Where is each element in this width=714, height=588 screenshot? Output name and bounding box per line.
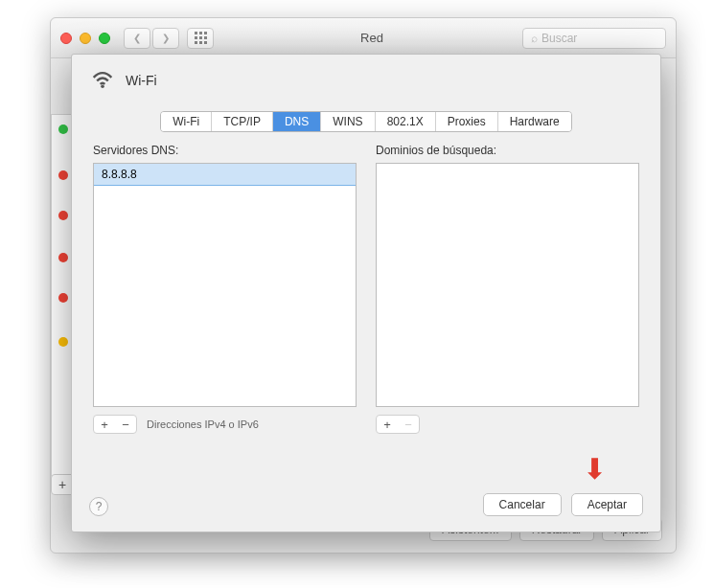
show-all-button[interactable] <box>187 28 214 49</box>
status-dot-icon <box>58 337 68 347</box>
dns-servers-list[interactable]: 8.8.8.8 <box>93 163 357 407</box>
status-dot-icon <box>58 211 68 220</box>
wifi-icon <box>89 68 116 92</box>
search-domains-column: Dominios de búsqueda: + − <box>376 144 639 434</box>
search-placeholder: Buscar <box>541 32 577 45</box>
sheet-header: Wi-Fi <box>72 55 660 105</box>
dns-columns: Servidores DNS: 8.8.8.8 + − Direcciones … <box>72 144 660 434</box>
dns-servers-column: Servidores DNS: 8.8.8.8 + − Direcciones … <box>93 144 357 434</box>
add-interface-button[interactable]: + <box>52 475 73 494</box>
titlebar: ❮ ❯ Red ⌕ Buscar <box>51 18 676 58</box>
back-button[interactable]: ❮ <box>124 28 150 49</box>
close-icon[interactable] <box>60 33 72 44</box>
domains-remove-button[interactable]: − <box>398 416 419 433</box>
minimize-icon[interactable] <box>80 33 91 44</box>
tab-hardware[interactable]: Hardware <box>498 112 571 131</box>
status-dot-icon <box>58 170 68 180</box>
dns-hint: Direcciones IPv4 o IPv6 <box>147 418 259 430</box>
tab-8021x[interactable]: 802.1X <box>376 112 436 131</box>
tab-proxies[interactable]: Proxies <box>436 112 498 131</box>
dns-servers-label: Servidores DNS: <box>93 144 357 157</box>
search-icon: ⌕ <box>531 32 538 45</box>
tab-tcpip[interactable]: TCP/IP <box>212 112 273 131</box>
window-controls <box>60 33 110 44</box>
list-item[interactable]: 8.8.8.8 <box>93 163 357 186</box>
search-input[interactable]: ⌕ Buscar <box>522 28 666 49</box>
maximize-icon[interactable] <box>99 33 110 44</box>
domains-add-remove: + − <box>376 415 420 434</box>
dns-add-remove: + − <box>93 415 137 434</box>
annotation-arrow-icon: ⬇ <box>583 452 607 486</box>
cancel-button[interactable]: Cancelar <box>483 493 562 516</box>
dns-remove-button[interactable]: − <box>115 416 136 433</box>
tab-wins[interactable]: WINS <box>321 112 375 131</box>
window-title: Red <box>221 31 522 45</box>
status-dot-icon <box>58 253 68 262</box>
tab-dns[interactable]: DNS <box>273 112 321 131</box>
search-domains-list[interactable] <box>376 163 639 407</box>
dns-list-controls: + − Direcciones IPv4 o IPv6 <box>93 415 357 434</box>
domains-add-button[interactable]: + <box>377 416 398 433</box>
tab-bar: Wi-FiTCP/IPDNSWINS802.1XProxiesHardware <box>72 111 660 132</box>
forward-button[interactable]: ❯ <box>152 28 179 49</box>
grid-icon <box>195 32 207 44</box>
segmented-control: Wi-FiTCP/IPDNSWINS802.1XProxiesHardware <box>160 111 571 132</box>
accept-button[interactable]: Aceptar <box>571 493 643 516</box>
sheet-title: Wi-Fi <box>126 73 157 88</box>
status-dot-icon <box>58 293 68 303</box>
advanced-sheet: Wi-Fi Wi-FiTCP/IPDNSWINS802.1XProxiesHar… <box>71 54 661 532</box>
status-dot-icon <box>58 124 68 134</box>
nav-buttons: ❮ ❯ <box>124 28 179 49</box>
tab-wifi[interactable]: Wi-Fi <box>161 112 212 131</box>
help-button[interactable]: ? <box>89 497 108 516</box>
domains-list-controls: + − <box>376 415 639 434</box>
sheet-footer: Cancelar Aceptar <box>483 493 643 516</box>
search-domains-label: Dominios de búsqueda: <box>376 144 639 157</box>
dns-add-button[interactable]: + <box>94 416 115 433</box>
